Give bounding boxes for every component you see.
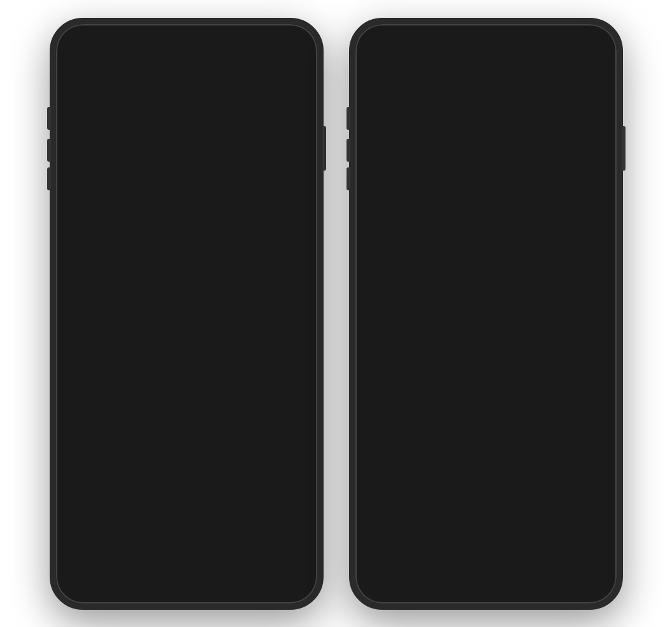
lookup-subject: Plant <box>151 358 174 369</box>
similar-image-4[interactable] <box>550 479 608 530</box>
lookup-text: Look Up – Plant › <box>99 358 182 369</box>
hardy-fuchsia-source: Wikipedia <box>417 440 588 449</box>
fuchsia-thumbnail <box>373 330 409 365</box>
adjust-button[interactable]: Adjust <box>278 392 304 403</box>
lookup-chevron: › <box>178 358 182 369</box>
photo-dot <box>185 299 189 303</box>
info-section: Monday • May 30, 2022 • 9:23 AM Adjust ☁… <box>56 383 317 426</box>
notch <box>148 32 225 53</box>
hardy-fuchsia-thumb-img <box>373 402 409 437</box>
right-photo[interactable]: 🍃 <box>355 24 617 260</box>
knowledge-item-hardy-fuchsia[interactable]: Hardy fuchsia Fuchsia magellanica, commo… <box>364 383 608 455</box>
flower-overlay <box>56 24 317 311</box>
camera-badges: JPEG ⚙ <box>255 440 299 454</box>
left-photo[interactable] <box>56 24 317 311</box>
similar-section: Similar Web Images <box>355 461 617 530</box>
lookup-prefix: Look Up – <box>99 358 148 369</box>
info-icon-wrap <box>208 559 224 578</box>
home-indicator <box>145 595 228 598</box>
exif-focal: 26 mm <box>120 494 161 504</box>
fuchsia-thumb-img <box>373 330 409 365</box>
exif-iso: ISO 50 <box>74 494 115 504</box>
siri-knowledge-title: Siri Knowledge <box>373 294 452 307</box>
caption-placeholder[interactable]: Add a Caption <box>69 322 138 334</box>
date-row: Monday • May 30, 2022 • 9:23 AM Adjust <box>69 392 304 403</box>
right-photo-dot <box>484 250 488 253</box>
right-notch <box>448 32 524 53</box>
exif-ev: 0 ev <box>166 494 208 504</box>
exif-shutter: 1/181 s <box>259 494 299 504</box>
info-badge <box>217 556 226 565</box>
similar-title: Similar Web Images <box>364 461 608 474</box>
results-close-button[interactable]: ✕ <box>590 264 608 282</box>
camera-gear-icon[interactable]: ⚙ <box>289 440 299 454</box>
hardy-fuchsia-title: Hardy fuchsia <box>417 390 588 402</box>
camera-details: Wide Camera — 26 mm ƒ1.5 <box>74 460 299 469</box>
similar-images-row <box>364 479 608 530</box>
camera-header: Apple iPhone 13 Pro JPEG ⚙ <box>74 440 299 454</box>
camera-row2: 12 MP • 3024 × 4032 • 3.5 MB VIBRANT <box>74 472 299 484</box>
hardy-fuchsia-thumbnail <box>373 402 409 437</box>
similar-image-2[interactable] <box>426 479 484 530</box>
left-phone: Add a Caption 🍃 Look Up – Plant › Monday… <box>50 18 324 610</box>
favorite-button[interactable] <box>143 554 171 582</box>
lookup-row[interactable]: 🍃 Look Up – Plant › <box>56 344 317 383</box>
date-text: Monday • May 30, 2022 • 9:23 AM <box>69 392 213 403</box>
fuchsia-source: Wikipedia <box>417 368 588 377</box>
camera-model: Apple iPhone 13 Pro <box>74 442 167 453</box>
fuchsia-text: Fuchsia Fuchsia is a genus of flowering … <box>417 319 588 377</box>
img-name-row: ☁ IMG_4241 <box>69 407 304 417</box>
siri-vision-button[interactable]: 🍃 <box>467 123 505 161</box>
camera-section: Apple iPhone 13 Pro JPEG ⚙ Wide Camera —… <box>65 433 308 511</box>
similar-image-1[interactable] <box>364 479 422 530</box>
left-phone-screen: Add a Caption 🍃 Look Up – Plant › Monday… <box>56 24 317 603</box>
resolution: 12 MP • 3024 × 4032 • 3.5 MB <box>74 472 185 481</box>
exif-row: ISO 50 26 mm 0 ev ƒ1.5 1/181 s <box>74 488 299 504</box>
vibrant-badge: VIBRANT <box>254 472 299 484</box>
right-phone: 🍃 Results ✕ Siri Knowledge Show More <box>349 18 623 610</box>
hardy-fuchsia-text: Hardy fuchsia Fuchsia magellanica, commo… <box>417 390 588 449</box>
show-more-button[interactable]: Show More <box>550 295 599 306</box>
fuchsia-title: Fuchsia <box>417 319 588 330</box>
results-header: Results ✕ <box>355 260 617 286</box>
drag-handle <box>475 264 497 266</box>
knowledge-item-fuchsia[interactable]: Fuchsia Fuchsia is a genus of flowering … <box>364 312 608 384</box>
delete-button[interactable] <box>261 554 289 582</box>
right-phone-screen: 🍃 Results ✕ Siri Knowledge Show More <box>355 24 617 603</box>
cloud-icon: ☁ <box>69 407 78 417</box>
hardy-fuchsia-description: Fuchsia magellanica, commonly known as t… <box>417 404 588 439</box>
fuchsia-description: Fuchsia is a genus of flowering plants t… <box>417 332 588 367</box>
fuchsia-chevron-icon: › <box>596 342 599 353</box>
format-badge: JPEG <box>255 441 283 454</box>
results-title: Results <box>466 267 505 280</box>
siri-knowledge-header: Siri Knowledge Show More <box>364 286 608 312</box>
right-home-indicator <box>445 595 527 598</box>
siri-knowledge-card: Siri Knowledge Show More Fuchsia Fuchsia… <box>364 286 608 455</box>
img-name: IMG_4241 <box>82 407 123 417</box>
info-button[interactable] <box>202 554 230 582</box>
caption-area[interactable]: Add a Caption <box>56 311 317 344</box>
share-button[interactable] <box>84 554 112 582</box>
lookup-label: Look Up – Plant › <box>99 358 182 369</box>
similar-image-3[interactable] <box>488 479 546 530</box>
siri-dot <box>484 167 488 171</box>
exif-aperture: ƒ1.5 <box>212 494 254 504</box>
visual-lookup-icon: 🍃 <box>69 352 92 375</box>
hardy-fuchsia-chevron-icon: › <box>596 414 599 425</box>
results-panel: Results ✕ Siri Knowledge Show More Fuchs… <box>355 260 617 530</box>
